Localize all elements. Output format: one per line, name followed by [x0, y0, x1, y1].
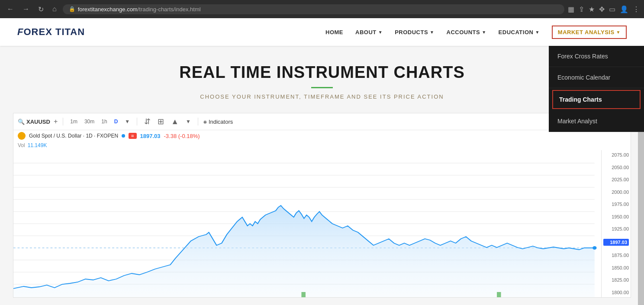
- chart-toolbar: 🔍 XAUUSD + 1m 30m 1h D ▼ ⇵ ⊞ ▲ ▼ ⎈ Indic…: [13, 113, 631, 130]
- home-button[interactable]: ⌂: [50, 3, 59, 15]
- nav-home[interactable]: Home: [325, 29, 343, 35]
- share-icon[interactable]: ⇪: [579, 5, 584, 13]
- hero-subtitle: Choose your instrument, timeframe and se…: [9, 93, 635, 100]
- gold-icon: [18, 132, 26, 140]
- back-button[interactable]: ←: [4, 3, 16, 15]
- price-tick-2000: 2000.00: [603, 189, 629, 195]
- nav-education[interactable]: Education ▼: [499, 29, 540, 35]
- nav-market-analysis[interactable]: Market Analysis ▼: [552, 26, 627, 39]
- market-analysis-chevron: ▼: [616, 30, 621, 35]
- timeframe-dropdown[interactable]: ▼: [123, 118, 132, 125]
- area-chart-type[interactable]: ▲: [169, 116, 180, 127]
- separator-1: [63, 118, 63, 125]
- price-tick-1950: 1950.00: [603, 214, 629, 219]
- price-tick-current: 1897.03: [603, 239, 629, 246]
- nav-products[interactable]: Products ▼: [395, 29, 434, 35]
- vol-label: Vol: [18, 142, 25, 148]
- indicators-icon: ⎈: [203, 119, 207, 125]
- timeframe-30m[interactable]: 30m: [83, 118, 96, 125]
- hero-divider: [311, 87, 333, 88]
- chart-area-fill: [13, 205, 595, 297]
- price-indicator: =: [129, 133, 136, 139]
- price-tick-2025: 2025.00: [603, 177, 629, 182]
- dropdown-economic-calendar[interactable]: Economic Calendar: [549, 67, 644, 88]
- dropdown-market-analyst[interactable]: Market Analyst: [549, 111, 644, 132]
- chart-area[interactable]: ⌃ 2075.00 2050.00 2025.00 2000.00 1975.0…: [13, 150, 631, 297]
- price-tick-2050: 2050.00: [603, 165, 629, 170]
- chart-container: 🔍 XAUUSD + 1m 30m 1h D ▼ ⇵ ⊞ ▲ ▼ ⎈ Indic…: [13, 113, 631, 298]
- dropdown-trading-charts[interactable]: Trading Charts: [552, 90, 641, 109]
- indicators-button[interactable]: ⎈ Indicators: [203, 119, 233, 125]
- price-tick-1850: 1850.00: [603, 265, 629, 270]
- separator-2: [137, 118, 137, 125]
- url-text: forextitanexchange.com/trading-charts/in…: [78, 6, 201, 13]
- nav-about[interactable]: About ▼: [355, 29, 383, 35]
- price-tick-1925: 1925.00: [603, 226, 629, 231]
- accounts-chevron: ▼: [482, 30, 486, 35]
- menu-icon[interactable]: ⋮: [633, 5, 640, 13]
- volume-bar-2: [497, 292, 501, 297]
- chart-svg: ⌃: [13, 150, 631, 297]
- address-bar[interactable]: 🔒 forextitanexchange.com/trading-charts/…: [63, 4, 564, 14]
- about-chevron: ▼: [378, 30, 383, 35]
- timeframe-D[interactable]: D: [113, 118, 120, 125]
- instrument-name: Gold Spot / U.S. Dollar · 1D · FXOPEN: [29, 133, 118, 139]
- extensions-icon[interactable]: ✥: [599, 5, 605, 13]
- timeframe-1m[interactable]: 1m: [68, 118, 79, 125]
- candle-chart-type[interactable]: ⊞: [156, 116, 166, 127]
- page-title: Real Time Instrument Charts: [9, 63, 635, 82]
- site-header: FOREX TITAN Home About ▼ Products ▼ Acco…: [0, 18, 644, 46]
- hero-section: Real Time Instrument Charts Choose your …: [0, 46, 644, 109]
- price-change: -3.38 (-0.18%): [164, 133, 200, 139]
- main-nav: Home About ▼ Products ▼ Accounts ▼ Educa…: [325, 26, 627, 39]
- price-tick-1800: 1800.00: [603, 290, 629, 295]
- lock-icon: 🔒: [69, 6, 75, 12]
- timeframe-1h[interactable]: 1h: [100, 118, 109, 125]
- browser-actions: ▦ ⇪ ★ ✥ ▭ 👤 ⋮: [568, 5, 640, 13]
- price-tick-1825: 1825.00: [603, 277, 629, 283]
- price-tick-2075: 2075.00: [603, 152, 629, 157]
- search-icon: 🔍: [18, 119, 25, 125]
- education-chevron: ▼: [535, 30, 539, 35]
- profile-icon[interactable]: 👤: [620, 5, 628, 13]
- nav-accounts[interactable]: Accounts ▼: [447, 29, 486, 35]
- price-scale: 2075.00 2050.00 2025.00 2000.00 1975.00 …: [601, 150, 631, 297]
- dropdown-forex-cross-rates[interactable]: Forex Cross Rates: [549, 46, 644, 67]
- forward-button[interactable]: →: [20, 3, 32, 15]
- header-wrapper: FOREX TITAN Home About ▼ Products ▼ Acco…: [0, 18, 644, 46]
- volume-bar-1: [301, 292, 306, 297]
- vol-value: 11.149K: [28, 142, 47, 148]
- chart-info-bar: Gold Spot / U.S. Dollar · 1D · FXOPEN = …: [13, 130, 631, 141]
- chart-type-dropdown[interactable]: ▼: [184, 118, 193, 125]
- site-logo[interactable]: FOREX TITAN: [17, 26, 85, 38]
- price-dot: [122, 134, 125, 138]
- symbol-search[interactable]: 🔍 XAUUSD: [18, 119, 50, 125]
- price-tick-1875: 1875.00: [603, 253, 629, 258]
- current-price-dot: [592, 246, 597, 250]
- separator-3: [198, 118, 198, 125]
- add-symbol-button[interactable]: +: [54, 118, 58, 125]
- tab-icon[interactable]: ▭: [609, 5, 615, 13]
- market-analysis-dropdown: Forex Cross Rates Economic Calendar Trad…: [549, 46, 644, 132]
- screenshot-icon[interactable]: ▦: [568, 5, 574, 13]
- price-value: 1897.03: [140, 133, 161, 139]
- page-content: Real Time Instrument Charts Choose your …: [0, 46, 644, 305]
- reload-button[interactable]: ↻: [35, 3, 46, 15]
- browser-chrome: ← → ↻ ⌂ 🔒 forextitanexchange.com/trading…: [0, 0, 644, 18]
- price-tick-1975: 1975.00: [603, 202, 629, 207]
- volume-bar: Vol 11.149K: [13, 141, 631, 150]
- products-chevron: ▼: [430, 30, 434, 35]
- bar-chart-type[interactable]: ⇵: [142, 116, 152, 127]
- bookmark-icon[interactable]: ★: [589, 5, 595, 13]
